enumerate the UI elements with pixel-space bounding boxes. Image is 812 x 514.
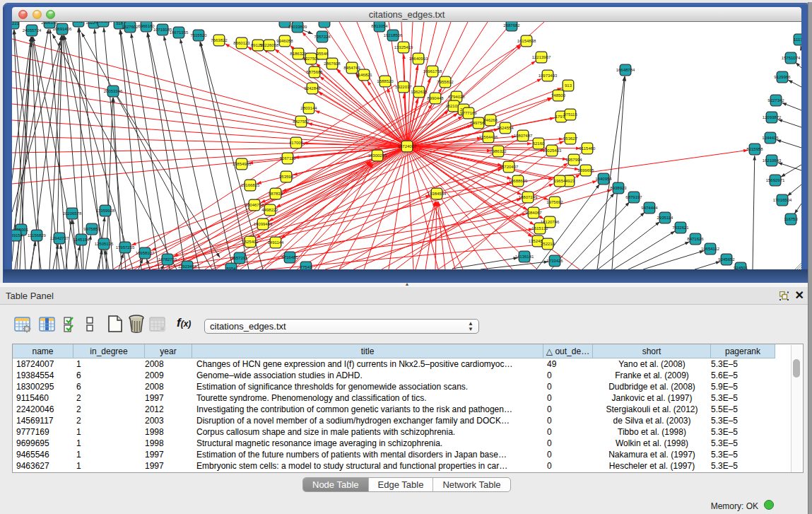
svg-text:16154838: 16154838 <box>517 39 536 43</box>
svg-text:12213967: 12213967 <box>532 55 551 59</box>
svg-text:11156829: 11156829 <box>28 233 46 238</box>
svg-text:16033809: 16033809 <box>288 25 307 29</box>
svg-text:18640910: 18640910 <box>409 57 428 61</box>
svg-text:3267110: 3267110 <box>280 156 297 160</box>
svg-text:1733426: 1733426 <box>546 259 563 263</box>
svg-text:10688609: 10688609 <box>509 179 528 183</box>
svg-text:8427552: 8427552 <box>293 119 310 124</box>
svg-text:1527602: 1527602 <box>122 25 139 29</box>
svg-text:8938923: 8938923 <box>610 186 627 190</box>
svg-text:8454749: 8454749 <box>343 66 360 70</box>
svg-text:18807249: 18807249 <box>519 195 538 199</box>
svg-text:5875685: 5875685 <box>306 70 323 74</box>
svg-text:12505135: 12505135 <box>95 242 114 246</box>
svg-text:10654112: 10654112 <box>701 247 720 251</box>
svg-text:1975692: 1975692 <box>546 200 563 204</box>
svg-text:12923468: 12923468 <box>178 264 197 269</box>
svg-text:8186328: 8186328 <box>290 52 307 56</box>
svg-text:913: 913 <box>565 83 572 88</box>
svg-text:17957255: 17957255 <box>116 245 135 250</box>
svg-text:17016504: 17016504 <box>773 198 792 202</box>
svg-text:3624554: 3624554 <box>497 126 514 130</box>
svg-text:8215958: 8215958 <box>746 147 763 151</box>
svg-text:10046756: 10046756 <box>245 203 264 207</box>
svg-text:5322037: 5322037 <box>395 85 412 89</box>
svg-text:7357224: 7357224 <box>314 35 331 39</box>
svg-text:1640954: 1640954 <box>595 177 612 181</box>
svg-text:20206578: 20206578 <box>63 211 82 216</box>
svg-text:2306155: 2306155 <box>41 22 58 25</box>
svg-text:953627: 953627 <box>563 136 578 141</box>
svg-text:8954: 8954 <box>226 267 236 269</box>
svg-text:975115: 975115 <box>563 112 577 117</box>
svg-text:417006: 417006 <box>289 141 304 145</box>
svg-text:9227342: 9227342 <box>767 98 784 103</box>
svg-text:20691406: 20691406 <box>53 27 72 31</box>
svg-text:10653287: 10653287 <box>94 22 113 23</box>
svg-text:924501: 924501 <box>734 266 748 269</box>
svg-text:6794028: 6794028 <box>448 95 465 99</box>
svg-text:9474444: 9474444 <box>641 206 658 210</box>
svg-text:7515520: 7515520 <box>190 33 207 37</box>
svg-text:887833: 887833 <box>269 192 283 196</box>
svg-text:15692971: 15692971 <box>766 178 785 182</box>
svg-text:9699695: 9699695 <box>577 168 594 173</box>
svg-text:9957994: 9957994 <box>565 158 582 162</box>
svg-text:12093872: 12093872 <box>763 115 782 119</box>
svg-text:1615132: 1615132 <box>531 226 548 230</box>
svg-text:10807487: 10807487 <box>514 134 533 138</box>
svg-text:1362615: 1362615 <box>411 90 428 94</box>
svg-text:16648784: 16648784 <box>616 68 635 72</box>
svg-text:9129966: 9129966 <box>774 75 791 79</box>
svg-text:2803144: 2803144 <box>300 106 317 110</box>
svg-text:252214: 252214 <box>541 242 555 246</box>
svg-text:1491144: 1491144 <box>268 240 285 245</box>
svg-text:16782759: 16782759 <box>158 257 177 262</box>
svg-text:10958107: 10958107 <box>136 251 155 255</box>
svg-text:8471626: 8471626 <box>687 237 704 241</box>
svg-text:9084067: 9084067 <box>525 211 542 215</box>
svg-text:16210643: 16210643 <box>763 158 782 163</box>
svg-text:748500: 748500 <box>551 93 566 98</box>
svg-text:116753: 116753 <box>784 217 798 221</box>
svg-text:16671355: 16671355 <box>170 30 189 35</box>
svg-text:20053346: 20053346 <box>104 89 123 93</box>
svg-text:11171: 11171 <box>794 37 801 42</box>
svg-text:9115460: 9115460 <box>579 146 596 151</box>
svg-text:6879197: 6879197 <box>625 195 642 199</box>
svg-text:953594: 953594 <box>279 175 294 179</box>
svg-text:16961758: 16961758 <box>423 69 442 74</box>
svg-text:21564436: 21564436 <box>479 135 498 139</box>
svg-text:18724007: 18724007 <box>398 144 417 148</box>
svg-text:19854985: 19854985 <box>233 162 252 166</box>
svg-text:7955812: 7955812 <box>437 80 454 84</box>
svg-text:746266: 746266 <box>483 118 498 122</box>
svg-text:9146821: 9146821 <box>355 73 372 77</box>
svg-text:9862: 9862 <box>73 22 83 23</box>
svg-text:13325419: 13325419 <box>394 45 413 49</box>
svg-text:5716485: 5716485 <box>281 255 298 259</box>
svg-text:12942737: 12942737 <box>50 236 69 240</box>
svg-text:14099489: 14099489 <box>254 222 273 226</box>
svg-text:19654: 19654 <box>554 179 566 183</box>
svg-text:8813054: 8813054 <box>371 24 388 28</box>
svg-text:1145194: 1145194 <box>73 238 90 242</box>
svg-text:17359928: 17359928 <box>96 209 115 213</box>
svg-text:24055724: 24055724 <box>23 28 42 33</box>
svg-text:95546: 95546 <box>317 52 329 56</box>
svg-text:4498222: 4498222 <box>261 208 278 212</box>
svg-text:62160: 62160 <box>533 141 545 146</box>
svg-text:9777169: 9777169 <box>460 111 477 115</box>
svg-text:14136141: 14136141 <box>515 255 534 259</box>
svg-text:7625402: 7625402 <box>242 240 259 244</box>
svg-text:53226058: 53226058 <box>260 43 279 47</box>
svg-text:1588520: 1588520 <box>377 79 394 83</box>
svg-text:15720407: 15720407 <box>500 165 519 169</box>
svg-text:10973493: 10973493 <box>539 74 558 78</box>
svg-text:11221: 11221 <box>12 22 20 25</box>
svg-text:7663822: 7663822 <box>211 38 228 42</box>
svg-text:9657291: 9657291 <box>231 256 248 260</box>
svg-text:19166825: 19166825 <box>241 183 260 187</box>
svg-text:19384554: 19384554 <box>428 192 447 196</box>
svg-text:18300295: 18300295 <box>368 153 387 158</box>
